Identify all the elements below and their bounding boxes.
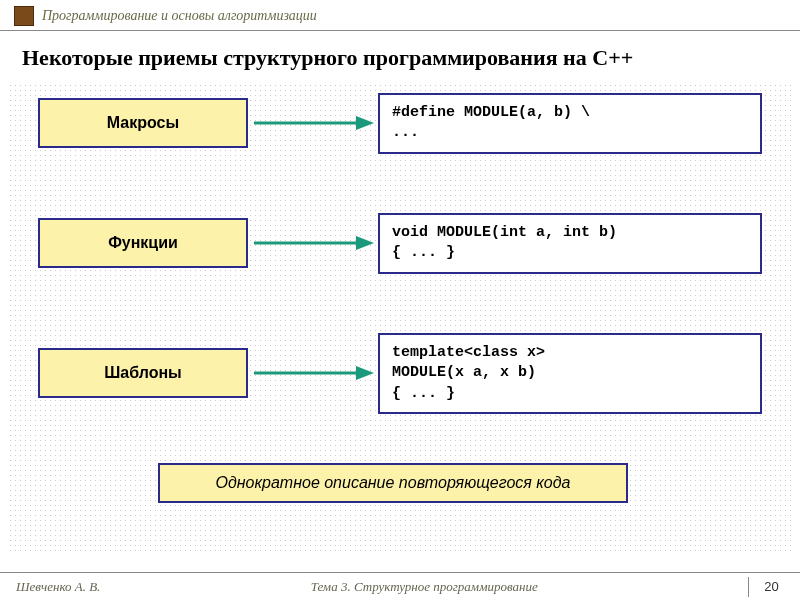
code-templates: template<class x> MODULE(x a, x b) { ...…	[378, 333, 762, 414]
slide-title: Некоторые приемы структурного программир…	[0, 31, 800, 83]
svg-marker-5	[356, 366, 374, 380]
row-functions: Функции void MODULE(int a, int b) { ... …	[38, 213, 762, 274]
label-templates: Шаблоны	[38, 348, 248, 398]
course-logo-icon	[14, 6, 34, 26]
arrow-icon	[248, 358, 378, 388]
arrow-icon	[248, 228, 378, 258]
slide-footer: Шевченко А. В. Тема 3. Структурное прогр…	[0, 572, 800, 600]
page-number: 20	[748, 577, 794, 597]
row-templates: Шаблоны template<class x> MODULE(x a, x …	[38, 333, 762, 414]
svg-marker-1	[356, 116, 374, 130]
row-macros: Макросы #define MODULE(a, b) \ ...	[38, 93, 762, 154]
caption: Однократное описание повторяющегося кода	[158, 463, 628, 503]
svg-marker-3	[356, 236, 374, 250]
label-macros: Макросы	[38, 98, 248, 148]
code-functions: void MODULE(int a, int b) { ... }	[378, 213, 762, 274]
code-macros: #define MODULE(a, b) \ ...	[378, 93, 762, 154]
slide-header: Программирование и основы алгоритмизации	[0, 0, 800, 31]
footer-topic: Тема 3. Структурное программирование	[100, 579, 748, 595]
course-name: Программирование и основы алгоритмизации	[42, 8, 317, 24]
slide-body: Макросы #define MODULE(a, b) \ ... Функц…	[8, 83, 792, 553]
label-functions: Функции	[38, 218, 248, 268]
footer-author: Шевченко А. В.	[6, 579, 100, 595]
arrow-icon	[248, 108, 378, 138]
